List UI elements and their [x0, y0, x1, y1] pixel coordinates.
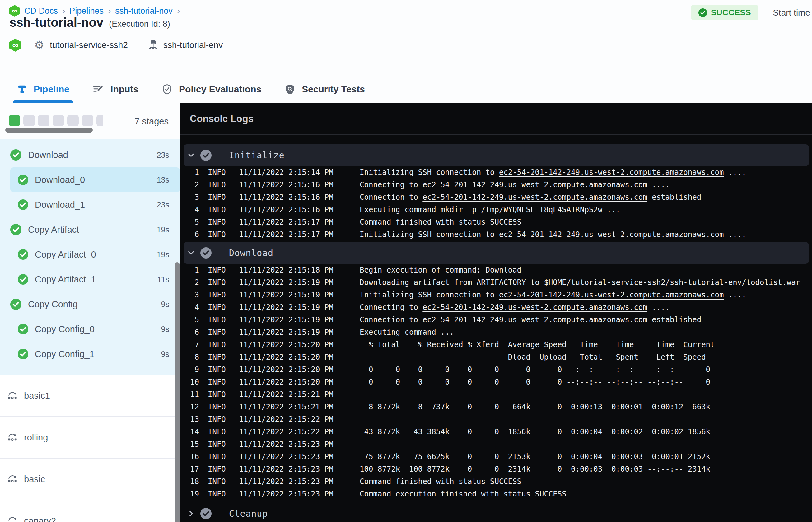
- pipeline-stage-name: basic1: [24, 391, 50, 401]
- step-row-copy-artifact[interactable]: Copy Artifact19s: [0, 217, 180, 242]
- log-message: Connecting to ec2-54-201-142-249.us-west…: [360, 180, 670, 189]
- log-message: Command execution finished with status S…: [360, 490, 567, 498]
- stage-progress-square: [38, 115, 49, 126]
- log-line-number: 1: [184, 168, 199, 177]
- log-line: 1INFO11/11/2022 2:15:18 PMBegin executio…: [184, 264, 809, 276]
- log-text: Executing command mkdir -p /tmp/WYQNESE_…: [360, 205, 621, 214]
- step-row-copy-config-1[interactable]: Copy Config_19s: [0, 342, 180, 366]
- log-timestamp: 11/11/2022 2:15:19 PM: [239, 316, 334, 324]
- log-timestamp: 11/11/2022 2:15:19 PM: [239, 290, 334, 299]
- log-line-number: 6: [184, 230, 199, 239]
- log-text: Command execution finished with status S…: [360, 490, 567, 498]
- chevron-down-icon[interactable]: [184, 249, 198, 257]
- step-row-copy-config-0[interactable]: Copy Config_09s: [0, 317, 180, 342]
- log-message: Connection to ec2-54-201-142-249.us-west…: [360, 193, 701, 202]
- log-text: Connection to: [360, 316, 423, 324]
- log-level: INFO: [208, 340, 227, 349]
- section-title: Download: [229, 248, 273, 258]
- success-check-icon: [10, 149, 21, 161]
- log-line-number: 13: [184, 415, 199, 424]
- log-host-link[interactable]: ec2-54-201-142-249.us-west-2.compute.ama…: [423, 316, 647, 324]
- step-row-download-0[interactable]: Download_013s: [10, 167, 180, 192]
- log-level: INFO: [208, 452, 227, 461]
- log-level: INFO: [208, 378, 227, 386]
- log-line-number: 11: [184, 390, 199, 399]
- log-level: INFO: [208, 403, 227, 411]
- step-name: Copy Config_0: [35, 324, 95, 335]
- log-section-header-cleanup[interactable]: Cleanup: [184, 503, 809, 522]
- gear-icon: ⚙: [34, 40, 44, 51]
- log-timestamp: 11/11/2022 2:15:18 PM: [239, 266, 334, 274]
- breadcrumb-link-project[interactable]: CD Docs: [24, 6, 58, 16]
- log-line: 6INFO11/11/2022 2:15:19 PMExecuting comm…: [184, 326, 809, 339]
- step-row-copy-artifact-1[interactable]: Copy Artifact_111s: [0, 267, 180, 292]
- log-level: INFO: [208, 365, 227, 374]
- stage-progress-squares: [9, 115, 103, 126]
- step-row-copy-config[interactable]: Copy Config9s: [0, 292, 180, 317]
- shield-check-icon: [162, 84, 172, 95]
- log-section-header-initialize[interactable]: Initialize: [184, 144, 809, 166]
- tab-security-tests[interactable]: Security Tests: [285, 76, 365, 103]
- log-text: established: [647, 316, 701, 324]
- step-row-copy-artifact-0[interactable]: Copy Artifact_019s: [0, 242, 180, 267]
- log-text: Initializing SSH connection to: [360, 290, 499, 299]
- log-timestamp: 11/11/2022 2:15:17 PM: [239, 230, 334, 239]
- environment-name: ssh-tutorial-env: [163, 40, 223, 50]
- log-level: INFO: [208, 193, 227, 202]
- tab-policy-evaluations[interactable]: Policy Evaluations: [162, 76, 261, 103]
- chevron-right-icon[interactable]: [184, 509, 198, 518]
- tab-pipeline[interactable]: Pipeline: [17, 76, 69, 103]
- log-section-initialize: Initialize1INFO11/11/2022 2:15:14 PMInit…: [184, 144, 809, 241]
- log-level: INFO: [208, 290, 227, 299]
- log-level: INFO: [208, 168, 227, 177]
- section-title: Initialize: [229, 150, 285, 161]
- log-line-number: 5: [184, 218, 199, 226]
- horizontal-scrollbar[interactable]: [5, 128, 93, 133]
- vertical-scrollbar[interactable]: [175, 262, 180, 522]
- log-level: INFO: [208, 477, 227, 486]
- log-host-link[interactable]: ec2-54-201-142-249.us-west-2.compute.ama…: [423, 193, 647, 202]
- pipeline-stage-rolling[interactable]: rolling: [0, 416, 180, 458]
- log-host-link[interactable]: ec2-54-201-142-249.us-west-2.compute.ama…: [499, 168, 724, 177]
- log-timestamp: 11/11/2022 2:15:19 PM: [239, 328, 334, 337]
- service-item[interactable]: ⚙ tutorial-service-ssh2: [34, 40, 128, 51]
- pipeline-stage-basic1[interactable]: basic1: [0, 375, 180, 416]
- console-log-area[interactable]: Initialize1INFO11/11/2022 2:15:14 PMInit…: [180, 134, 812, 522]
- success-check-icon: [18, 324, 28, 335]
- pipeline-stage-canary2[interactable]: canary2: [0, 500, 180, 522]
- pipeline-stage-basic[interactable]: basic: [0, 458, 180, 500]
- log-host-link[interactable]: ec2-54-201-142-249.us-west-2.compute.ama…: [499, 290, 724, 299]
- log-host-link[interactable]: ec2-54-201-142-249.us-west-2.compute.ama…: [423, 180, 647, 189]
- log-host-link[interactable]: ec2-54-201-142-249.us-west-2.compute.ama…: [499, 230, 724, 239]
- step-name: Copy Artifact_0: [35, 249, 96, 260]
- log-message: 0 0 0 0 0 0 0 0 --:--:-- --:--:-- --:--:…: [360, 378, 710, 386]
- log-message: Executing command mkdir -p /tmp/WYQNESE_…: [360, 205, 621, 214]
- harness-cd-logo-icon: ∞: [9, 5, 20, 17]
- breadcrumb-link-pipelines[interactable]: Pipelines: [69, 6, 104, 16]
- log-message: Initializing SSH connection to ec2-54-20…: [360, 168, 746, 177]
- log-timestamp: 11/11/2022 2:15:16 PM: [239, 205, 334, 214]
- step-row-download-1[interactable]: Download_123s: [0, 192, 180, 217]
- log-section-header-download[interactable]: Download: [184, 242, 809, 264]
- log-line: 16INFO11/11/2022 2:15:23 PM 75 8772k 75 …: [184, 450, 809, 463]
- log-message: Begin execution of command: Download: [360, 266, 522, 274]
- success-check-icon: [10, 224, 21, 235]
- environment-item[interactable]: ssh-tutorial-env: [148, 40, 223, 51]
- log-timestamp: 11/11/2022 2:15:21 PM: [239, 390, 334, 399]
- log-line-number: 2: [184, 278, 199, 287]
- log-level: INFO: [208, 427, 227, 436]
- console-logs-title: Console Logs: [190, 113, 253, 124]
- log-level: INFO: [208, 440, 227, 448]
- breadcrumb-link-pipeline[interactable]: ssh-tutorial-nov: [115, 6, 172, 16]
- log-message: Executing command ...: [360, 328, 454, 337]
- step-row-download[interactable]: Download23s: [0, 142, 180, 167]
- log-level: INFO: [208, 205, 227, 214]
- chevron-down-icon[interactable]: [184, 151, 198, 159]
- service-env-row: ∞ ⚙ tutorial-service-ssh2 ssh-tutorial-e…: [9, 39, 223, 52]
- log-host-link[interactable]: ec2-54-201-142-249.us-west-2.compute.ama…: [423, 303, 647, 312]
- tab-inputs[interactable]: Inputs: [93, 76, 139, 103]
- section-title: Cleanup: [229, 509, 268, 519]
- log-timestamp: 11/11/2022 2:15:21 PM: [239, 403, 334, 411]
- tab-label: Inputs: [110, 84, 139, 95]
- step-duration: 19s: [157, 250, 169, 259]
